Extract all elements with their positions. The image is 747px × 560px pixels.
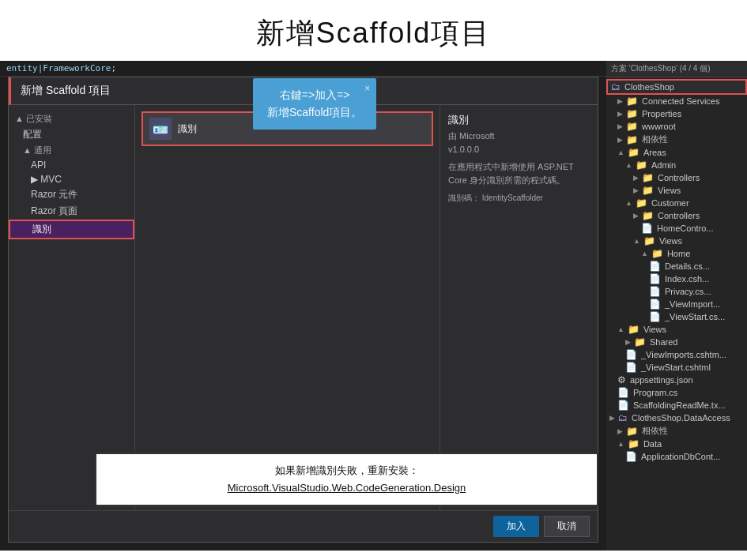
- se-item[interactable]: 📄Details.cs...: [606, 260, 747, 272]
- se-file-icon: 📁: [626, 108, 638, 119]
- tree-api[interactable]: API: [9, 158, 134, 172]
- se-file-icon: 📁: [636, 197, 647, 209]
- se-body: 🗂ClothesShop▶📁Connected Services▶📁Proper…: [606, 77, 747, 551]
- cancel-button[interactable]: 取消: [544, 516, 590, 537]
- se-file-icon: 📁: [643, 235, 655, 246]
- se-arrow-icon: ▲: [617, 148, 624, 156]
- tree-mvc[interactable]: ▶ MVC: [9, 172, 134, 186]
- se-arrow-icon: ▲: [617, 325, 624, 333]
- info-version: v1.0.0.0: [448, 145, 590, 154]
- se-file-icon: 📁: [626, 121, 638, 132]
- se-file-icon: 📄: [649, 299, 661, 310]
- se-item-label: Program.cs: [633, 388, 677, 397]
- se-item[interactable]: ▶📁Controllers: [606, 209, 747, 222]
- se-item[interactable]: ▶📁Shared: [606, 336, 747, 348]
- warning-line1: 如果新增識別失敗，重新安裝：: [275, 464, 419, 476]
- tree-razor-page[interactable]: Razor 頁面: [9, 203, 134, 220]
- solution-explorer: 方案 'ClothesShop' (4 / 4 個) 🗂ClothesShop▶…: [606, 61, 747, 551]
- info-description: 在應用程式中新增使用 ASP.NET Core 身分識別所需的程式碼。: [448, 160, 590, 186]
- dialog-area: entity|FrameworkCore; 右鍵=>加入=> 新增Scaffol…: [0, 61, 606, 551]
- se-item-label: Controllers: [658, 173, 700, 182]
- se-item[interactable]: ▶🗂ClothesShop.DataAccess: [606, 412, 747, 424]
- page-title: 新增Scaffold項目: [0, 0, 747, 61]
- se-header: 方案 'ClothesShop' (4 / 4 個): [606, 61, 747, 77]
- se-item[interactable]: ▲📁Data: [606, 438, 747, 450]
- tree-installed[interactable]: ▲ 已安裝: [9, 111, 134, 126]
- se-item[interactable]: ▶📁Connected Services: [606, 95, 747, 107]
- se-item[interactable]: ⚙appsettings.json: [606, 374, 747, 386]
- se-item[interactable]: ▶📁相依性: [606, 133, 747, 146]
- se-item[interactable]: ▲📁Home: [606, 247, 747, 260]
- se-file-icon: 📁: [626, 134, 638, 145]
- scaffold-tree: ▲ 已安裝 配置 ▲ 通用 API ▶ MVC Razor 元件 Razor 頁…: [9, 105, 135, 510]
- se-item[interactable]: ▲📁Areas: [606, 146, 747, 159]
- se-item[interactable]: ▲📁Admin: [606, 159, 747, 171]
- tree-common[interactable]: ▲ 通用: [9, 143, 134, 158]
- se-arrow-icon: ▶: [617, 97, 623, 105]
- se-item[interactable]: ▲📁Views: [606, 235, 747, 247]
- se-item[interactable]: 📄ApplicationDbCont...: [606, 450, 747, 463]
- se-item-label: Views: [643, 325, 666, 334]
- annotation-line1: 右鍵=>加入=>: [280, 88, 350, 101]
- se-file-icon: 📄: [617, 387, 629, 398]
- se-file-icon: 📁: [626, 426, 638, 437]
- se-item[interactable]: ▲📁Views: [606, 323, 747, 336]
- se-item[interactable]: 🗂ClothesShop: [606, 79, 747, 95]
- se-file-icon: 🗂: [618, 412, 628, 423]
- se-item-label: 相依性: [642, 425, 668, 437]
- se-item[interactable]: ▶📁Views: [606, 184, 747, 197]
- se-item-label: Data: [643, 439, 662, 449]
- se-item[interactable]: 📄Privacy.cs...: [606, 285, 747, 298]
- se-item-label: Customer: [651, 198, 689, 208]
- se-file-icon: 📁: [642, 185, 654, 196]
- se-item-label: ScaffoldingReadMe.tx...: [633, 400, 726, 410]
- se-arrow-icon: ▶: [633, 212, 639, 220]
- tree-razor-component[interactable]: Razor 元件: [9, 186, 134, 203]
- se-item-label: _ViewImports.cshtm...: [641, 350, 726, 359]
- se-item[interactable]: 📄_ViewStart.cs...: [606, 310, 747, 323]
- se-item-label: Admin: [651, 160, 676, 170]
- se-arrow-icon: ▲: [625, 161, 632, 169]
- info-id: 識別碼： IdentityScaffolder: [448, 193, 590, 204]
- main-content: entity|FrameworkCore; 右鍵=>加入=> 新增Scaffol…: [0, 61, 747, 551]
- se-file-icon: 📄: [649, 261, 661, 272]
- se-item[interactable]: ▶📁Properties: [606, 107, 747, 120]
- se-file-icon: 📄: [625, 362, 637, 373]
- se-file-icon: ⚙: [617, 374, 626, 385]
- se-arrow-icon: ▶: [617, 427, 623, 435]
- se-file-icon: 📄: [649, 286, 661, 297]
- se-file-icon: 📄: [649, 273, 661, 284]
- se-arrow-icon: ▶: [633, 174, 639, 182]
- se-file-icon: 📄: [617, 400, 629, 411]
- se-item-label: Privacy.cs...: [665, 287, 711, 296]
- se-item[interactable]: ▶📁Controllers: [606, 171, 747, 184]
- se-item[interactable]: 📄Index.csh...: [606, 272, 747, 285]
- se-item[interactable]: 📄ScaffoldingReadMe.tx...: [606, 399, 747, 412]
- se-arrow-icon: ▶: [617, 122, 623, 130]
- se-item[interactable]: 📄Program.cs: [606, 386, 747, 399]
- se-item[interactable]: ▶📁wwwroot: [606, 120, 747, 133]
- se-arrow-icon: ▶: [633, 186, 639, 194]
- scaffold-list: 🪪 識別: [135, 105, 440, 510]
- se-arrow-icon: ▲: [641, 250, 648, 257]
- se-item-label: ClothesShop: [624, 82, 674, 92]
- scaffold-footer: 加入 取消: [9, 510, 598, 542]
- se-item[interactable]: ▶📁相依性: [606, 424, 747, 438]
- se-arrow-icon: ▲: [625, 199, 632, 207]
- scaffold-dialog-body: ▲ 已安裝 配置 ▲ 通用 API ▶ MVC Razor 元件 Razor 頁…: [9, 105, 598, 510]
- se-item[interactable]: 📄_ViewImport...: [606, 298, 747, 310]
- warning-note: 如果新增識別失敗，重新安裝： Microsoft.VisualStudio.We…: [95, 453, 598, 506]
- se-item[interactable]: 📄_ViewStart.cshtml: [606, 361, 747, 374]
- se-item-label: _ViewStart.cs...: [665, 312, 725, 321]
- se-arrow-icon: ▲: [617, 440, 624, 448]
- add-button[interactable]: 加入: [493, 516, 539, 537]
- se-item[interactable]: ▲📁Customer: [606, 197, 747, 209]
- se-item-label: Controllers: [658, 211, 700, 220]
- tree-identity[interactable]: 識別: [9, 220, 134, 239]
- se-item[interactable]: 📄HomeContro...: [606, 222, 747, 235]
- se-file-icon: 📄: [625, 349, 637, 360]
- se-item[interactable]: 📄_ViewImports.cshtm...: [606, 348, 747, 361]
- se-file-icon: 📄: [649, 311, 661, 322]
- se-arrow-icon: ▶: [617, 110, 623, 118]
- tree-config[interactable]: 配置: [9, 126, 134, 143]
